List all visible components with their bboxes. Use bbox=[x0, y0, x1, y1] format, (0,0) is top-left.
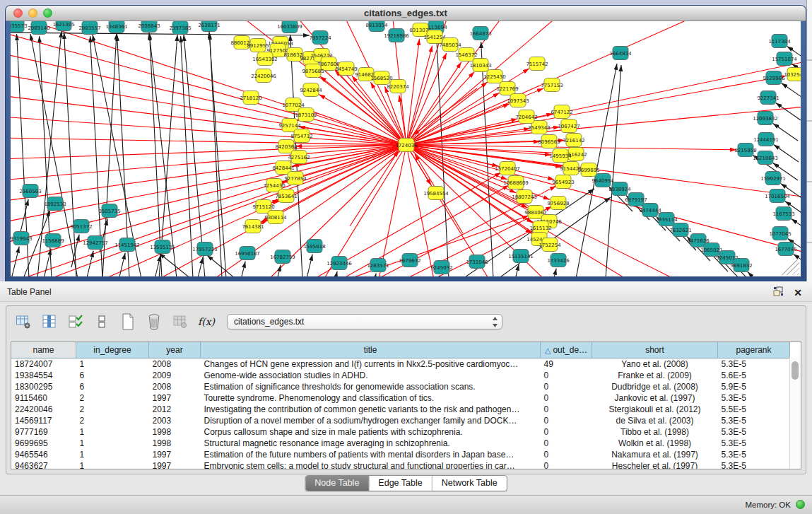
column-header-out_de[interactable]: △ out_de… bbox=[541, 342, 592, 358]
graph-node[interactable]: 1664873 bbox=[469, 27, 491, 40]
column-header-pagerank[interactable]: pagerank bbox=[718, 342, 790, 358]
tab-network-table[interactable]: Network Table bbox=[432, 476, 507, 491]
table-row[interactable]: 911546021997Tourette syndrome. Phenomeno… bbox=[11, 392, 790, 404]
column-header-year[interactable]: year bbox=[149, 342, 201, 358]
graph-node[interactable]: 8220374 bbox=[387, 80, 409, 93]
graph-node[interactable]: 7757153 bbox=[541, 78, 563, 92]
graph-node[interactable]: 9319943 bbox=[11, 232, 33, 245]
new-document-icon[interactable] bbox=[119, 313, 136, 330]
table-row[interactable]: 977716911998Corpus callosum shape and si… bbox=[11, 426, 790, 438]
graph-node[interactable]: 9875685 bbox=[302, 64, 324, 78]
column-header-short[interactable]: short bbox=[592, 342, 718, 358]
graph-node[interactable]: 16782759 bbox=[270, 250, 295, 264]
graph-node[interactable]: 8813054 bbox=[365, 21, 388, 32]
graph-node[interactable]: 1568520 bbox=[370, 71, 392, 85]
graph-node[interactable]: 10688609 bbox=[503, 176, 529, 189]
graph-node[interactable]: 2003557 bbox=[78, 21, 100, 35]
table-select-dropdown[interactable]: citations_edges.txt bbox=[227, 314, 502, 329]
column-header-title[interactable]: title bbox=[201, 342, 541, 358]
window-titlebar[interactable]: citations_edges.txt bbox=[6, 6, 806, 21]
graph-node[interactable]: 1664834 bbox=[609, 47, 632, 60]
graph-node[interactable]: 8754712 bbox=[290, 129, 312, 143]
graph-node[interactable]: 9474444 bbox=[639, 204, 661, 217]
graph-node[interactable]: 1731046 bbox=[466, 255, 488, 269]
graph-node[interactable]: 9245032 bbox=[430, 261, 452, 274]
graph-node[interactable]: 1097343 bbox=[507, 94, 529, 107]
graph-node[interactable]: 2069140 bbox=[28, 21, 49, 35]
merge-rows-icon[interactable] bbox=[93, 313, 110, 330]
table-row[interactable]: 1830029562008Estimation of significance … bbox=[11, 381, 790, 392]
graph-node[interactable]: 9129966 bbox=[763, 71, 785, 85]
graph-node[interactable]: 9227341 bbox=[757, 91, 779, 105]
graph-node[interactable]: 13505135 bbox=[150, 240, 175, 254]
graph-node[interactable]: 15720407 bbox=[495, 162, 520, 175]
graph-node[interactable]: 7857224 bbox=[309, 31, 331, 45]
graph-node[interactable]: 19218986 bbox=[384, 29, 409, 42]
column-header-in_degree[interactable]: in_degree bbox=[76, 342, 149, 358]
graph-node[interactable]: 15135141 bbox=[508, 250, 534, 263]
graph-node[interactable]: 1752254 bbox=[539, 238, 561, 252]
graph-node[interactable]: 16958187 bbox=[235, 247, 260, 260]
graph-node[interactable]: 8938924 bbox=[608, 182, 631, 196]
vertical-scrollbar[interactable] bbox=[789, 357, 801, 469]
graph-node[interactable]: 15751074 bbox=[772, 52, 797, 66]
table-settings-icon[interactable] bbox=[15, 313, 32, 330]
graph-node[interactable]: 12093832 bbox=[753, 112, 778, 125]
graph-node[interactable]: 2718120 bbox=[240, 91, 261, 105]
graph-node[interactable]: 2397365 bbox=[169, 21, 191, 35]
graph-node[interactable]: 1677045 bbox=[775, 243, 796, 256]
delete-table-icon[interactable] bbox=[146, 313, 163, 330]
graph-node[interactable]: 17016504 bbox=[765, 189, 790, 203]
graph-node[interactable]: 1032541 bbox=[784, 68, 801, 81]
graph-node[interactable]: 8215958 bbox=[734, 144, 756, 157]
scrollbar-thumb[interactable] bbox=[792, 361, 799, 380]
tab-edge-table[interactable]: Edge Table bbox=[368, 476, 431, 491]
graph-node[interactable]: 8912955 bbox=[247, 39, 269, 52]
column-header-name[interactable]: name bbox=[11, 342, 76, 358]
graph-node[interactable]: 9699695 bbox=[577, 163, 599, 177]
table-row[interactable]: 969969511998Structural magnetic resonanc… bbox=[11, 438, 790, 449]
table-row[interactable]: 2242004622012Investigating the contribut… bbox=[11, 404, 790, 415]
graph-node[interactable]: 17957223 bbox=[192, 243, 218, 256]
table-row[interactable]: 1872400712008Changes of HCN gene express… bbox=[11, 358, 790, 370]
graph-node[interactable]: 1077045 bbox=[769, 227, 791, 240]
float-panel-icon[interactable] bbox=[773, 286, 784, 299]
graph-node[interactable]: 8454749 bbox=[335, 62, 357, 76]
graph-node[interactable]: 1283571 bbox=[367, 259, 389, 272]
graph-node[interactable]: 2560503 bbox=[19, 185, 41, 198]
graph-node[interactable]: 4275162 bbox=[288, 151, 310, 164]
graph-node[interactable]: 2035573 bbox=[11, 21, 28, 33]
graph-node[interactable]: 9308114 bbox=[264, 211, 287, 224]
graph-node[interactable]: 1167533 bbox=[772, 207, 794, 221]
graph-node[interactable]: 1595818 bbox=[303, 240, 325, 253]
graph-node[interactable]: 16033809 bbox=[277, 21, 302, 33]
graph-node[interactable]: 1156889 bbox=[42, 234, 64, 247]
graph-node[interactable]: 19584554 bbox=[423, 187, 449, 200]
tab-node-table[interactable]: Node Table bbox=[305, 476, 368, 491]
table-row[interactable]: 1456911722003Disruption of a novel membe… bbox=[11, 415, 790, 426]
graph-node[interactable]: 7485034 bbox=[439, 38, 461, 52]
graph-node[interactable]: 7853641 bbox=[275, 189, 297, 203]
graph-node[interactable]: 6747122 bbox=[551, 105, 572, 119]
graph-node[interactable]: 11451942 bbox=[114, 238, 140, 252]
graph-node[interactable]: 7515742 bbox=[526, 57, 548, 71]
graph-node[interactable]: 7204642 bbox=[515, 110, 537, 124]
graph-node[interactable]: 1348361 bbox=[105, 21, 127, 33]
graph-node[interactable]: 9756928 bbox=[547, 197, 569, 210]
graph-node[interactable]: 1117304 bbox=[768, 35, 791, 48]
graph-node[interactable]: 15992971 bbox=[760, 172, 786, 185]
close-panel-icon[interactable]: ✕ bbox=[794, 288, 802, 298]
graph-node[interactable]: 2008843 bbox=[138, 21, 160, 33]
network-canvas[interactable]: 1724036203557320691401621305200355713483… bbox=[11, 21, 801, 276]
table-row[interactable]: 946362711997Embryonic stem cells: a mode… bbox=[11, 460, 790, 469]
graph-node[interactable]: 9051372 bbox=[70, 220, 92, 233]
graph-node[interactable]: 7632621 bbox=[669, 223, 691, 237]
close-window-button[interactable] bbox=[13, 8, 23, 18]
graph-node[interactable]: 1067427 bbox=[558, 119, 579, 133]
zoom-window-button[interactable] bbox=[43, 8, 52, 18]
table-row[interactable]: 1938455462009Genome-wide association stu… bbox=[11, 370, 790, 381]
table-row[interactable]: 946554611997Estimation of the future num… bbox=[11, 449, 790, 460]
select-rows-check-icon[interactable] bbox=[67, 313, 84, 330]
graph-node[interactable]: 2638171 bbox=[198, 21, 220, 32]
graph-node[interactable]: 9654923 bbox=[552, 175, 574, 189]
